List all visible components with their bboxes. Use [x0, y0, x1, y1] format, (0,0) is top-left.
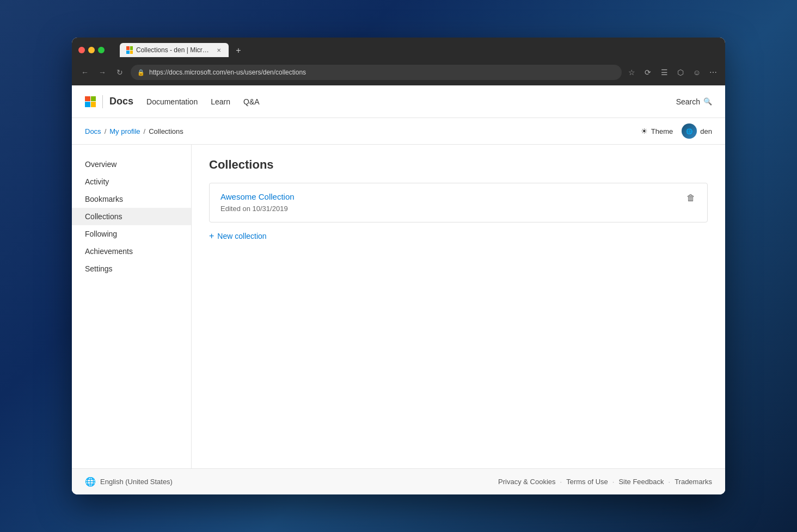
privacy-link[interactable]: Privacy & Cookies: [498, 478, 555, 486]
breadcrumb-my-profile[interactable]: My profile: [109, 127, 140, 135]
search-button[interactable]: Search 🔍: [676, 97, 712, 106]
sidebar-item-activity[interactable]: Activity: [72, 173, 191, 190]
nav-links: Documentation Learn Q&A: [146, 97, 260, 106]
url-bar[interactable]: 🔒 https://docs.microsoft.com/en-us/users…: [131, 65, 622, 80]
tab-close-button[interactable]: ✕: [216, 46, 222, 54]
page-title: Collections: [209, 158, 708, 172]
collection-name[interactable]: Awesome Collection: [220, 192, 295, 201]
collection-card: Awesome Collection Edited on 10/31/2019 …: [209, 183, 708, 222]
browser-window: Collections - den | Microsoft Do ✕ + ← →…: [72, 38, 725, 494]
terms-link[interactable]: Terms of Use: [566, 478, 608, 486]
tab-bar: Collections - den | Microsoft Do ✕ +: [113, 43, 252, 57]
active-tab[interactable]: Collections - den | Microsoft Do ✕: [120, 43, 229, 57]
toolbar-icons: ☆ ⟳ ☰ ⬡ ☺ ⋯: [626, 67, 719, 78]
search-icon: 🔍: [703, 97, 712, 106]
minimize-button[interactable]: [88, 47, 95, 53]
sidebar-item-achievements[interactable]: Achievements: [72, 243, 191, 260]
feedback-link[interactable]: Site Feedback: [618, 478, 664, 486]
main-layout: Overview Activity Bookmarks Collections …: [72, 145, 725, 468]
docs-logo[interactable]: Docs: [109, 96, 133, 107]
breadcrumb-sep-1: /: [105, 127, 107, 135]
tab-title: Collections - den | Microsoft Do: [136, 46, 212, 54]
breadcrumb-right: ☀ Theme 🌐 den: [641, 123, 712, 139]
refresh-button[interactable]: ↻: [113, 66, 126, 79]
traffic-lights: [78, 47, 105, 53]
page-content: Docs Documentation Learn Q&A Search 🔍 Do…: [72, 85, 725, 494]
breadcrumb-docs[interactable]: Docs: [85, 127, 101, 135]
nav-documentation[interactable]: Documentation: [146, 97, 198, 106]
sidebar-item-overview[interactable]: Overview: [72, 156, 191, 173]
collections-icon[interactable]: ☰: [659, 67, 670, 78]
theme-label: Theme: [651, 127, 673, 135]
back-button[interactable]: ←: [78, 66, 91, 79]
sidebar-item-following[interactable]: Following: [72, 225, 191, 243]
forward-button[interactable]: →: [96, 66, 109, 79]
top-nav: Docs Documentation Learn Q&A Search 🔍: [72, 85, 725, 118]
plus-icon: +: [209, 231, 214, 241]
emoji-icon[interactable]: ☺: [691, 67, 702, 78]
menu-icon[interactable]: ⋯: [708, 67, 719, 78]
nav-qa[interactable]: Q&A: [243, 97, 260, 106]
search-label: Search: [676, 97, 700, 106]
title-bar: Collections - den | Microsoft Do ✕ +: [72, 38, 725, 61]
footer-links: Privacy & Cookies · Terms of Use · Site …: [498, 478, 712, 486]
locale-text: English (United States): [100, 478, 173, 486]
breadcrumb-bar: Docs / My profile / Collections ☀ Theme …: [72, 118, 725, 145]
sidebar-item-settings[interactable]: Settings: [72, 260, 191, 277]
theme-button[interactable]: ☀ Theme: [641, 127, 673, 135]
user-name: den: [700, 127, 712, 135]
collection-info: Awesome Collection Edited on 10/31/2019: [220, 192, 295, 213]
address-bar: ← → ↻ 🔒 https://docs.microsoft.com/en-us…: [72, 61, 725, 85]
collection-meta: Edited on 10/31/2019: [220, 205, 288, 213]
breadcrumb-collections: Collections: [149, 127, 183, 135]
nav-learn[interactable]: Learn: [211, 97, 230, 106]
logo-area: Docs: [85, 95, 133, 108]
new-collection-label: New collection: [217, 232, 266, 240]
browser-chrome: Collections - den | Microsoft Do ✕ + ← →…: [72, 38, 725, 85]
breadcrumb-sep-2: /: [144, 127, 146, 135]
reload-icon[interactable]: ⟳: [642, 67, 653, 78]
sidebar: Overview Activity Bookmarks Collections …: [72, 145, 192, 468]
sidebar-item-collections[interactable]: Collections: [72, 208, 191, 225]
maximize-button[interactable]: [98, 47, 105, 53]
trademarks-link[interactable]: Trademarks: [675, 478, 712, 486]
sun-icon: ☀: [641, 127, 648, 135]
user-info[interactable]: 🌐 den: [682, 123, 712, 139]
logo-divider: [102, 95, 103, 108]
favorites-icon[interactable]: ☆: [626, 67, 637, 78]
globe-icon: 🌐: [85, 477, 96, 487]
footer-locale: 🌐 English (United States): [85, 477, 173, 487]
sidebar-item-bookmarks[interactable]: Bookmarks: [72, 190, 191, 208]
new-collection-link[interactable]: + New collection: [209, 229, 708, 243]
avatar-image: 🌐: [686, 128, 692, 134]
user-avatar: 🌐: [682, 123, 697, 139]
page-footer: 🌐 English (United States) Privacy & Cook…: [72, 468, 725, 494]
new-tab-button[interactable]: +: [232, 44, 245, 57]
url-display: https://docs.microsoft.com/en-us/users/d…: [149, 69, 306, 76]
tab-favicon: [126, 46, 133, 54]
microsoft-logo: [85, 96, 96, 107]
security-icon: 🔒: [137, 69, 145, 76]
extensions-icon[interactable]: ⬡: [675, 67, 686, 78]
main-content: Collections Awesome Collection Edited on…: [192, 145, 725, 468]
delete-collection-button[interactable]: 🗑: [685, 192, 696, 204]
close-button[interactable]: [78, 47, 85, 53]
